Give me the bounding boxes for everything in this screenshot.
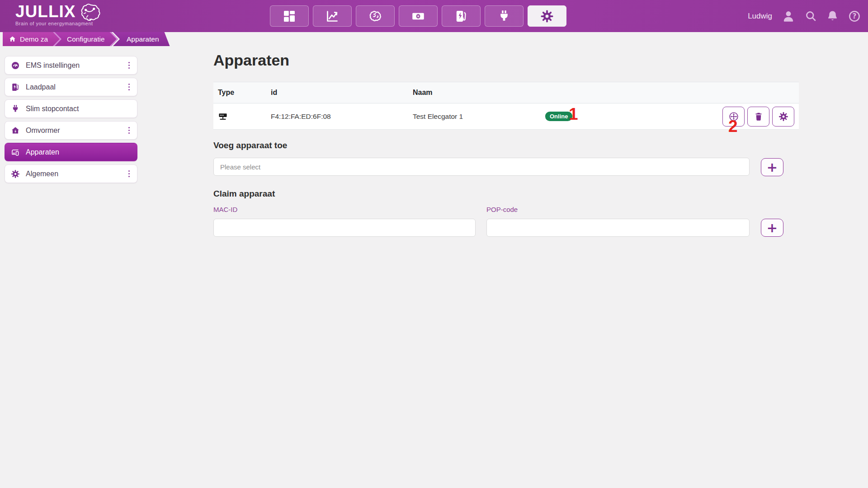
ev-charger-icon — [11, 83, 20, 92]
logo-tagline: Brain of your energymanagment — [15, 21, 103, 26]
profile-icon[interactable] — [782, 9, 795, 23]
sidebar-item-label: Laadpaal — [26, 83, 56, 91]
claim-device-heading: Claim apparaat — [213, 189, 275, 199]
plug-icon — [497, 9, 511, 23]
breadcrumb-home[interactable]: Demo za — [3, 32, 60, 46]
column-header-id: id — [271, 89, 413, 97]
sidebar-item-omvormer[interactable]: Omvormer — [5, 121, 137, 140]
sidebar-item-apparaten[interactable]: Apparaten — [5, 143, 137, 161]
kebab-menu-icon[interactable] — [127, 60, 132, 71]
nav-ems-button[interactable] — [356, 5, 395, 27]
page-title: Apparaten — [213, 52, 289, 69]
ev-charger-icon — [454, 9, 468, 23]
sidebar-item-laadpaal[interactable]: Laadpaal — [5, 78, 137, 96]
sidebar-item-label: Omvormer — [26, 127, 60, 135]
claim-device-button[interactable]: + — [761, 219, 783, 237]
gear-icon — [778, 112, 788, 122]
table-row: F4:12:FA:ED:6F:08 Test Elecgator 1 Onlin… — [213, 103, 799, 130]
bell-icon[interactable] — [826, 10, 839, 22]
user-name[interactable]: Ludwig — [748, 12, 772, 21]
kebab-menu-icon[interactable] — [127, 82, 132, 93]
annotation-1: 1 — [569, 106, 578, 122]
logo-text: JULLIX — [15, 3, 75, 21]
search-icon[interactable] — [805, 10, 817, 22]
device-name: Test Elecgator 1 — [413, 113, 545, 121]
nav-settings-button[interactable] — [528, 5, 566, 27]
plug-icon — [11, 104, 20, 113]
device-delete-button[interactable] — [747, 107, 769, 127]
kebab-menu-icon[interactable] — [127, 125, 132, 136]
sidebar-item-label: Algemeen — [26, 170, 58, 178]
svg-text:?: ? — [853, 12, 857, 20]
pop-code-field[interactable] — [486, 219, 750, 237]
line-chart-icon — [326, 9, 339, 23]
nav-dashboard-button[interactable] — [270, 5, 309, 27]
sidebar-item-label: EMS instellingen — [26, 61, 80, 70]
help-icon[interactable]: ? — [848, 10, 861, 23]
device-id: F4:12:FA:ED:6F:08 — [271, 113, 413, 121]
sidebar-item-ems-instellingen[interactable]: EMS instellingen — [5, 56, 137, 75]
nav-charger-button[interactable] — [442, 5, 481, 27]
page: JULLIX Brain of your energymanagment — [0, 0, 868, 488]
logo[interactable]: JULLIX Brain of your energymanagment — [15, 2, 103, 26]
app-header: JULLIX Brain of your energymanagment — [0, 0, 868, 32]
breadcrumb: Demo za Configuratie Apparaten — [0, 32, 868, 46]
server-icon — [218, 112, 228, 122]
gear-icon — [540, 9, 554, 23]
sidebar-item-slim-stopcontact[interactable]: Slim stopcontact — [5, 99, 137, 118]
table-header-row: Type id Naam — [213, 82, 799, 103]
sidebar-item-label: Slim stopcontact — [26, 105, 79, 113]
breadcrumb-item-label: Configuratie — [67, 35, 105, 43]
mac-id-label: MAC-ID — [213, 206, 237, 213]
brain-icon — [368, 9, 382, 23]
house-bolt-icon — [11, 126, 20, 135]
top-nav — [270, 5, 566, 27]
devices-table: Type id Naam F4:12:FA:ED:6F:08 Test Elec… — [213, 82, 799, 130]
nav-socket-button[interactable] — [485, 5, 524, 27]
home-icon — [9, 35, 16, 43]
kebab-menu-icon[interactable] — [127, 169, 132, 179]
user-area: Ludwig ? — [748, 0, 861, 32]
gear-icon — [11, 169, 20, 178]
devices-icon — [11, 148, 20, 157]
breadcrumb-item-label: Apparaten — [127, 35, 159, 43]
column-header-naam: Naam — [413, 89, 545, 97]
pop-code-label: POP-code — [486, 206, 518, 213]
mac-id-field[interactable] — [213, 219, 476, 237]
nav-finance-button[interactable] — [399, 5, 438, 27]
sidebar: EMS instellingen Laadpaal Slim stopconta… — [5, 56, 137, 186]
breadcrumb-item-label: Demo za — [20, 35, 48, 43]
annotation-2: 2 — [728, 118, 738, 135]
add-device-button[interactable]: + — [761, 158, 783, 176]
sidebar-item-algemeen[interactable]: Algemeen — [5, 164, 137, 183]
trash-icon — [754, 112, 764, 122]
banknote-icon — [411, 9, 425, 23]
column-header-type: Type — [213, 89, 271, 97]
breadcrumb-apparaten[interactable]: Apparaten — [113, 32, 170, 46]
add-device-heading: Voeg apparaat toe — [213, 141, 287, 150]
device-type-select[interactable] — [213, 158, 750, 176]
gauge-icon — [11, 61, 20, 70]
sidebar-item-label: Apparaten — [26, 148, 59, 156]
device-settings-button[interactable] — [772, 107, 794, 127]
brain-logo-icon — [78, 2, 103, 22]
nav-charts-button[interactable] — [313, 5, 352, 27]
breadcrumb-configuratie[interactable]: Configuratie — [53, 32, 117, 46]
dashboard-grid-icon — [283, 9, 296, 23]
